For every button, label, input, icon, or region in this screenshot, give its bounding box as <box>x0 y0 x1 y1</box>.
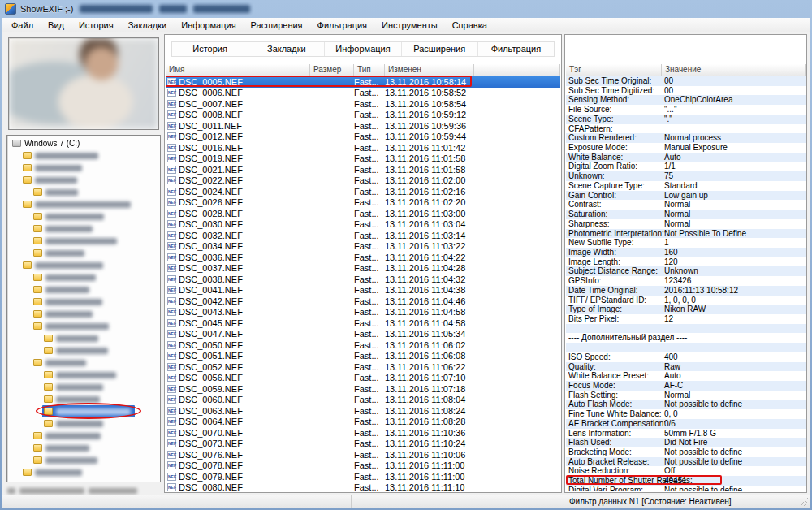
exif-row[interactable]: Lens Information:50mm F/1.8 G <box>566 429 806 439</box>
exif-row[interactable]: Sensing Method:OneChipColorArea <box>566 95 806 105</box>
table-row[interactable]: NEFDSC_0043.NEFFast...13.11.2016 11:04:5… <box>166 307 560 318</box>
exif-row[interactable]: Subject Distance Range:Unknown <box>566 266 806 276</box>
exif-row[interactable]: File Source:"..." <box>566 105 806 115</box>
table-row[interactable]: NEFDSC_0016.NEFFast...13.11.2016 11:01:4… <box>166 142 560 153</box>
tree-item[interactable] <box>7 405 160 417</box>
exif-row[interactable]: Gain Control:Low gain up <box>566 191 806 201</box>
menu-item-4[interactable]: Информация <box>174 19 243 32</box>
exif-row[interactable]: Date Time Original:2016:11:13 10:58:12 <box>566 286 806 296</box>
table-row[interactable]: NEFDSC_0021.NEFFast...13.11.2016 11:01:5… <box>166 164 560 175</box>
tab-1[interactable]: Закладки <box>248 42 325 56</box>
table-row[interactable]: NEFDSC_0024.NEFFast...13.11.2016 11:02:1… <box>166 186 560 197</box>
exif-row[interactable]: Image Width:160 <box>566 248 806 257</box>
exif-row[interactable]: Sharpness:Normal <box>566 219 806 229</box>
exif-row[interactable]: ---- Дополнительный раздел ---- <box>566 333 806 343</box>
tree-item[interactable] <box>7 198 160 210</box>
tree-item[interactable] <box>7 259 160 271</box>
tree-item[interactable] <box>7 466 160 478</box>
table-row[interactable]: NEFDSC_0026.NEFFast...13.11.2016 11:02:2… <box>166 197 560 209</box>
tree-item[interactable] <box>7 430 160 442</box>
tree-item[interactable] <box>7 442 160 454</box>
exif-row[interactable]: Fine Tune White Balance:0, 0 <box>566 409 806 419</box>
exif-row[interactable]: White Balance Preset:Auto <box>566 371 806 381</box>
tree-item[interactable] <box>7 332 160 344</box>
exif-row[interactable]: CFAPattern: <box>566 124 806 134</box>
tree-item[interactable] <box>7 223 160 235</box>
table-row[interactable]: NEFDSC_0019.NEFFast...13.11.2016 11:01:5… <box>166 153 560 165</box>
table-row[interactable]: NEFDSC_0079.NEFFast...13.11.2016 11:11:0… <box>166 471 560 482</box>
table-row[interactable]: NEFDSC_0028.NEFFast...13.11.2016 11:03:0… <box>166 208 560 219</box>
table-row[interactable]: NEFDSC_0073.NEFFast...13.11.2016 11:10:2… <box>166 439 560 450</box>
table-row[interactable]: NEFDSC_0047.NEFFast...13.11.2016 11:05:3… <box>166 329 560 340</box>
tree-item[interactable] <box>7 381 160 393</box>
table-row[interactable]: NEFDSC_0064.NEFFast...13.11.2016 11:08:2… <box>166 417 560 428</box>
exif-row[interactable]: Contrast:Normal <box>566 200 806 210</box>
title-bar[interactable]: ShowEXIF ;-) <box>0 0 812 18</box>
table-row[interactable]: NEFDSC_0080.NEFFast...13.11.2016 11:11:1… <box>166 482 560 492</box>
column-header-0[interactable]: Имя <box>166 64 310 76</box>
tree-item[interactable] <box>7 296 160 308</box>
resize-grip[interactable] <box>800 498 808 506</box>
exif-row[interactable]: Scene Capture Type:Standard <box>566 181 806 191</box>
table-row[interactable]: NEFDSC_0052.NEFFast...13.11.2016 11:06:2… <box>166 361 560 373</box>
column-header-3[interactable]: Изменен <box>385 64 474 76</box>
table-row[interactable]: NEFDSC_0076.NEFFast...13.11.2016 11:10:0… <box>166 449 560 460</box>
exif-row[interactable]: Auto Flash Mode:Not possible to define <box>566 400 806 409</box>
table-row[interactable]: NEFDSC_0012.NEFFast...13.11.2016 10:59:4… <box>166 132 560 143</box>
menu-item-0[interactable]: Файл <box>4 19 41 32</box>
exif-row[interactable] <box>566 343 806 352</box>
table-row[interactable]: NEFDSC_0078.NEFFast...13.11.2016 11:11:0… <box>166 460 560 472</box>
tree-item[interactable] <box>7 247 160 259</box>
menu-item-2[interactable]: История <box>71 19 121 32</box>
exif-row[interactable]: Noise Reduction:Off <box>566 466 806 476</box>
tree-item[interactable] <box>7 162 160 174</box>
exif-row[interactable]: Digital Vari-Program:Not possible to def… <box>566 486 806 491</box>
tree-item[interactable] <box>7 283 160 296</box>
exif-row[interactable]: Unknown:75 <box>566 171 806 181</box>
exif-row[interactable]: White Balance:Auto <box>566 153 806 162</box>
exif-column-header-1[interactable]: Значение <box>662 64 806 76</box>
table-row[interactable]: NEFDSC_0036.NEFFast...13.11.2016 11:04:2… <box>166 252 560 263</box>
tab-4[interactable]: Фильтрация <box>478 42 554 56</box>
exif-row[interactable]: ISO Speed:400 <box>566 352 806 362</box>
table-row[interactable]: NEFDSC_0032.NEFFast...13.11.2016 11:03:1… <box>166 230 560 241</box>
menu-item-3[interactable]: Закладки <box>121 19 175 32</box>
table-row[interactable]: NEFDSC_0060.NEFFast...13.11.2016 11:08:0… <box>166 395 560 406</box>
table-row[interactable]: NEFDSC_0030.NEFFast...13.11.2016 11:03:0… <box>166 219 560 231</box>
exif-row[interactable]: Type of Image:Nikon RAW <box>566 305 806 314</box>
table-row[interactable]: NEFDSC_0034.NEFFast...13.11.2016 11:03:2… <box>166 241 560 253</box>
exif-column-header-0[interactable]: Тэг <box>566 64 662 76</box>
table-row[interactable]: NEFDSC_0005.NEFFast...13.11.2016 10:58:1… <box>166 76 560 88</box>
tab-3[interactable]: Расширения <box>402 42 478 56</box>
exif-row[interactable]: Auto Bracket Release:Not possible to def… <box>566 457 806 467</box>
table-row[interactable]: NEFDSC_0056.NEFFast...13.11.2016 11:07:1… <box>166 373 560 384</box>
table-row[interactable]: NEFDSC_0051.NEFFast...13.11.2016 11:06:0… <box>166 351 560 362</box>
exif-row[interactable]: TIFF/ EPStandard ID:1, 0, 0, 0 <box>566 296 806 305</box>
exif-row[interactable]: Quality:Raw <box>566 362 806 372</box>
tree-item[interactable] <box>7 308 160 320</box>
exif-row[interactable]: Bracketing Mode:Not possible to define <box>566 447 806 457</box>
table-row[interactable]: NEFDSC_0050.NEFFast...13.11.2016 11:06:0… <box>166 339 560 351</box>
exif-row[interactable]: GPSInfo:123426 <box>566 276 806 286</box>
menu-item-8[interactable]: Справка <box>445 19 495 32</box>
exif-row[interactable] <box>566 324 806 334</box>
menu-item-1[interactable]: Вид <box>41 19 71 32</box>
tree-item[interactable] <box>7 417 160 430</box>
exif-row[interactable]: Flash Setting:Normal <box>566 391 806 400</box>
tree-item[interactable] <box>7 454 160 466</box>
tree-item[interactable] <box>7 149 160 162</box>
table-row[interactable]: NEFDSC_0041.NEFFast...13.11.2016 11:04:3… <box>166 285 560 296</box>
tree-item[interactable] <box>7 186 160 198</box>
table-row[interactable]: NEFDSC_0008.NEFFast...13.11.2016 10:59:1… <box>166 110 560 121</box>
exif-row[interactable]: AE Bracket Compensation:0/6 <box>566 419 806 429</box>
table-row[interactable]: NEFDSC_0007.NEFFast...13.11.2016 10:58:5… <box>166 98 560 110</box>
menu-item-5[interactable]: Расширения <box>244 19 310 32</box>
menu-item-6[interactable]: Фильтрация <box>310 19 374 32</box>
exif-row[interactable]: Flash Used:Did Not Fire <box>566 438 806 447</box>
tree-item[interactable] <box>7 210 160 223</box>
tree-item[interactable] <box>7 369 160 381</box>
tree-item[interactable] <box>7 271 160 283</box>
tree-item[interactable] <box>7 357 160 369</box>
exif-row[interactable]: Focus Mode:AF-C <box>566 381 806 391</box>
table-row[interactable]: NEFDSC_0042.NEFFast...13.11.2016 11:04:4… <box>166 296 560 307</box>
